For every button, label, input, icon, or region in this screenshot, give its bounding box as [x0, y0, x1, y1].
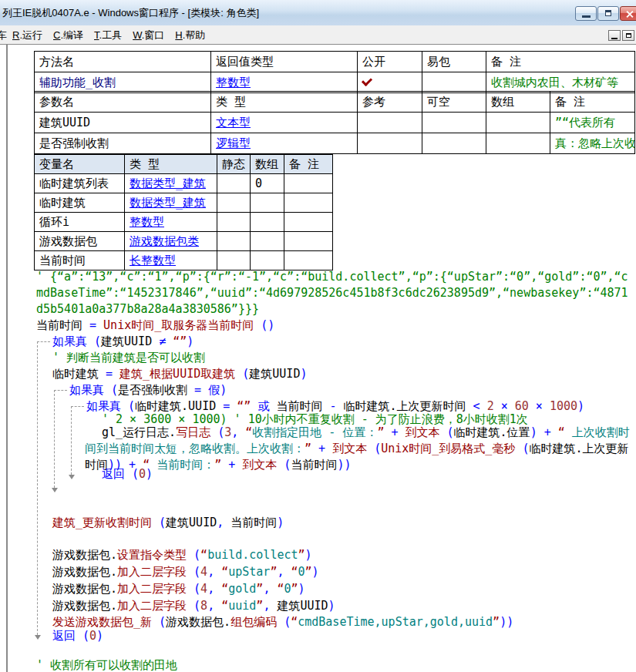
code-line[interactable]: 游戏数据包.设置指令类型 (“build.collect”): [52, 547, 312, 563]
code-token: (: [187, 582, 200, 596]
code-token: (: [440, 425, 454, 439]
code-token: 是否强制收割: [118, 383, 187, 397]
code-token: 发送游戏数据包_新: [52, 615, 152, 629]
code-token: build.collect: [207, 548, 298, 562]
code-token: (: [277, 615, 291, 629]
menu-item-r[interactable]: R.运行: [12, 29, 42, 42]
code-area[interactable]: ' {“a”:“13”,“c”:“1”,“p”:{“r”:“-1”,“c”:“b…: [0, 45, 636, 672]
minimize-button[interactable]: [575, 6, 597, 21]
restore-button[interactable]: [597, 6, 619, 21]
code-token: ): [328, 599, 335, 613]
code-token: (: [367, 442, 381, 455]
code-token: =: [187, 383, 208, 397]
code-token: ): [96, 629, 103, 643]
mdi-minimize-button[interactable]: [608, 30, 621, 41]
code-token: 返回: [52, 629, 76, 643]
flow-guide-line: [71, 406, 72, 475]
code-token: ,: [207, 582, 221, 596]
code-line[interactable]: ' {“a”:“13”,“c”:“1”,“p”:{“r”:“-1”,“c”:“b…: [36, 269, 631, 318]
code-token: 0: [298, 565, 305, 579]
code-token: ”: [493, 615, 500, 629]
code-line[interactable]: ' 判断当前建筑是否可以收割: [52, 350, 205, 366]
code-token: (: [515, 442, 529, 455]
flow-guide-line: [54, 390, 55, 488]
code-line[interactable]: 游戏数据包.加入二层字段 (8, “uuid”, 建筑UUID): [52, 598, 335, 614]
menu-bar: 车 R.运行C.编译T.工具W.窗口H.帮助: [0, 25, 636, 45]
code-token: ,: [277, 565, 291, 579]
code-token: “: [200, 548, 207, 562]
code-token: uuid: [228, 599, 256, 613]
menu-item-c[interactable]: C.编译: [53, 29, 83, 42]
code-line[interactable]: 发送游戏数据包_新 (游戏数据包.组包编码 (“cmdBaseTime,upSt…: [52, 614, 513, 630]
code-line[interactable]: 临时建筑 = 建筑_根据UUID取建筑 (建筑UUID): [52, 366, 307, 382]
code-token: “: [221, 599, 228, 613]
code-token: 游戏数据包.: [52, 548, 117, 562]
flow-guide-line: [37, 341, 38, 635]
code-token: 写日志: [176, 425, 210, 439]
code-token: 返回: [102, 467, 125, 481]
code-token: (: [210, 425, 224, 439]
code-token: ): [298, 582, 305, 596]
code-token: (: [104, 383, 118, 397]
code-token: “: [221, 582, 228, 596]
ide-window: 列王IE脱机0407A.e - Windows窗口程序 - [类模块: 角色类]…: [0, 0, 636, 672]
code-line[interactable]: 如果真 (建筑UUID ≠ “”): [52, 334, 193, 350]
code-token: 建筑UUID: [101, 334, 152, 348]
code-token: 游戏数据包.: [166, 615, 231, 629]
code-token: ,: [207, 599, 221, 613]
code-token: +: [384, 425, 405, 439]
code-token: ”: [305, 565, 312, 579]
code-token: 到文本: [332, 442, 367, 455]
code-token: (: [277, 458, 291, 472]
code-token: Unix时间_取服务器当前时间: [103, 318, 254, 332]
code-token: “: [558, 425, 565, 439]
code-token: 建筑UUID: [249, 367, 300, 381]
mdi-restore-button[interactable]: [622, 30, 634, 41]
flow-end-arrow-icon: [35, 635, 41, 640]
code-line[interactable]: 如果真 (是否强制收割 = 假): [69, 382, 227, 398]
code-line[interactable]: 建筑_更新收割时间 (建筑UUID, 当前时间): [52, 515, 284, 531]
code-token: (: [152, 516, 166, 529]
code-token: 加入二层字段: [117, 565, 187, 579]
code-line[interactable]: 返回 (0): [102, 466, 153, 482]
code-token: ,: [263, 582, 277, 596]
code-token: (: [235, 367, 249, 381]
code-token: 4: [200, 565, 207, 579]
code-token: “”: [173, 334, 187, 348]
code-token: (: [187, 565, 200, 579]
code-token: ' 判断当前建筑是否可以收割: [52, 351, 205, 365]
code-token: (): [254, 318, 274, 332]
code-token: 0: [89, 629, 96, 643]
code-token: ≠: [152, 334, 173, 348]
code-token: 0: [284, 582, 291, 596]
code-token: 临时建筑.位置: [454, 425, 530, 439]
code-line[interactable]: ' 收割所有可以收割的田地: [36, 657, 177, 672]
code-token: ): [146, 467, 153, 481]
editor-area: 方法名返回值类型公开易包备 注辅助功能_收割整数型收割城内农田、木材矿等参数名类…: [0, 45, 636, 672]
code-token: +: [221, 458, 242, 472]
code-token: ”: [291, 582, 298, 596]
flow-end-arrow-icon: [69, 475, 75, 479]
code-token: (: [76, 629, 89, 643]
code-token: 游戏数据包.: [52, 565, 117, 579]
code-token: 如果真: [52, 334, 87, 348]
window-title: 列王IE脱机0407A.e - Windows窗口程序 - [类模块: 角色类]: [2, 6, 259, 20]
code-line[interactable]: 返回 (0): [52, 628, 103, 644]
code-token: 加入二层字段: [117, 599, 187, 613]
code-token: 8: [200, 599, 207, 613]
code-token: ,: [207, 565, 221, 579]
code-token: 当前时间: [36, 318, 89, 332]
code-line[interactable]: 游戏数据包.加入二层字段 (4, “gold”, “0”): [52, 581, 305, 597]
menu-item-t[interactable]: T.工具: [94, 29, 122, 42]
close-button[interactable]: [620, 6, 636, 21]
menu-item-partial[interactable]: 车: [0, 29, 7, 42]
menu-item-h[interactable]: H.帮助: [175, 29, 205, 42]
code-line[interactable]: gl_运行日志.写日志 (3, “收割指定田地 - 位置：” + 到文本 (临时…: [85, 425, 634, 473]
code-token: ): [577, 399, 584, 413]
code-token: 游戏数据包.: [52, 599, 117, 613]
code-line[interactable]: 当前时间 = Unix时间_取服务器当前时间 (): [36, 318, 274, 334]
code-token: ,: [263, 599, 277, 613]
code-token: “: [221, 565, 228, 579]
menu-item-w[interactable]: W.窗口: [133, 29, 164, 42]
code-line[interactable]: 游戏数据包.加入二层字段 (4, “upStar”, “0”): [52, 564, 319, 580]
